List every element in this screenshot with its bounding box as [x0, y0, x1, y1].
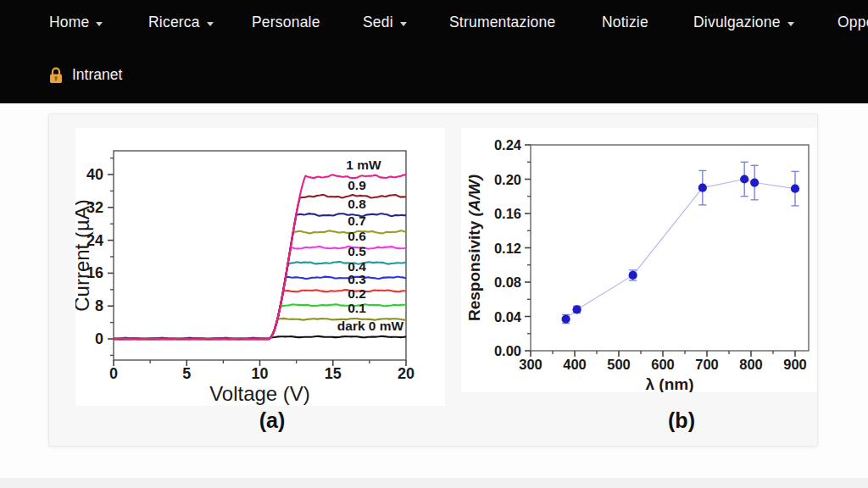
nav-item-label: Sedi	[363, 14, 393, 31]
footer-strip	[0, 478, 868, 488]
svg-text:15: 15	[325, 365, 342, 382]
svg-text:0.3: 0.3	[348, 272, 366, 286]
svg-text:0.6: 0.6	[348, 229, 366, 243]
chevron-down-icon	[207, 22, 214, 26]
svg-text:Responsivity (A/W): Responsivity (A/W)	[465, 175, 483, 321]
svg-text:40: 40	[86, 166, 103, 183]
responsivity-chart: 3004005006007008009000.000.040.080.120.1…	[461, 128, 817, 392]
svg-text:10: 10	[251, 365, 268, 382]
svg-text:400: 400	[563, 357, 587, 372]
svg-text:0.4: 0.4	[348, 259, 366, 274]
svg-text:0.1: 0.1	[348, 301, 366, 315]
chevron-down-icon	[787, 22, 794, 26]
svg-text:λ (nm): λ (nm)	[646, 375, 694, 392]
nav-item-label: Notizie	[602, 14, 648, 31]
nav-item-label: Strumentazione	[449, 14, 555, 31]
svg-text:dark 0 mW: dark 0 mW	[337, 319, 404, 333]
svg-text:0.24: 0.24	[494, 137, 522, 152]
svg-text:0.00: 0.00	[494, 343, 521, 358]
iv-curves-chart-panel: 051015200816243240Voltage (V)Current (µA…	[75, 128, 445, 406]
nav-item-home[interactable]: Home	[49, 14, 103, 31]
nav-item-label: Home	[49, 14, 89, 31]
svg-text:1 mW: 1 mW	[346, 158, 381, 172]
svg-text:0.7: 0.7	[348, 214, 366, 228]
nav-item-label: Personale	[252, 14, 320, 31]
svg-text:0.08: 0.08	[494, 274, 521, 290]
primary-nav: HomeRicercaPersonaleSediStrumentazioneNo…	[0, 0, 868, 47]
nav-item-strumentazione[interactable]: Strumentazione	[449, 14, 555, 31]
top-nav-bar: HomeRicercaPersonaleSediStrumentazioneNo…	[0, 0, 868, 103]
svg-text:Current (µA): Current (µA)	[75, 199, 93, 312]
figure-card: 051015200816243240Voltage (V)Current (µA…	[48, 114, 818, 446]
svg-text:0.2: 0.2	[348, 286, 366, 301]
svg-text:0: 0	[95, 330, 103, 347]
nav-item-notizie[interactable]: Notizie	[602, 14, 648, 31]
responsivity-chart-panel: 3004005006007008009000.000.040.080.120.1…	[461, 128, 817, 392]
nav-item-label: Ricerca	[148, 14, 200, 31]
svg-text:0.12: 0.12	[494, 241, 521, 256]
svg-text:0.9: 0.9	[348, 178, 366, 192]
nav-item-label: Opportunità	[837, 14, 868, 31]
svg-text:600: 600	[651, 357, 675, 372]
nav-item-intranet[interactable]: Intranet	[49, 66, 122, 84]
lock-icon	[49, 67, 63, 84]
nav-item-ricerca[interactable]: Ricerca	[148, 14, 214, 31]
svg-text:0.8: 0.8	[348, 197, 366, 211]
svg-text:0.04: 0.04	[494, 309, 522, 324]
svg-text:0.16: 0.16	[494, 206, 521, 221]
nav-item-label: Divulgazione	[693, 14, 781, 31]
nav-item-personale[interactable]: Personale	[252, 14, 320, 31]
svg-text:0: 0	[109, 365, 118, 382]
svg-text:5: 5	[182, 365, 191, 382]
svg-text:Voltage (V): Voltage (V)	[209, 382, 310, 405]
svg-text:20: 20	[398, 365, 415, 382]
svg-text:700: 700	[695, 357, 719, 372]
svg-text:0.5: 0.5	[348, 244, 366, 258]
svg-text:500: 500	[607, 357, 631, 372]
svg-text:0.20: 0.20	[494, 172, 521, 187]
nav-item-opportunita[interactable]: Opportunità	[837, 14, 868, 31]
svg-text:800: 800	[739, 357, 763, 372]
svg-text:900: 900	[783, 357, 807, 372]
page-content: 051015200816243240Voltage (V)Current (µA…	[0, 103, 868, 488]
svg-text:300: 300	[519, 357, 542, 372]
chevron-down-icon	[400, 22, 407, 26]
intranet-label: Intranet	[72, 66, 122, 84]
nav-item-sedi[interactable]: Sedi	[363, 14, 407, 31]
svg-text:8: 8	[95, 297, 103, 314]
chevron-down-icon	[96, 22, 103, 26]
panel-b-label: (b)	[504, 408, 860, 434]
panel-a-label: (a)	[87, 408, 457, 434]
nav-item-divulgazione[interactable]: Divulgazione	[693, 14, 794, 31]
iv-curves-chart: 051015200816243240Voltage (V)Current (µA…	[75, 128, 445, 406]
